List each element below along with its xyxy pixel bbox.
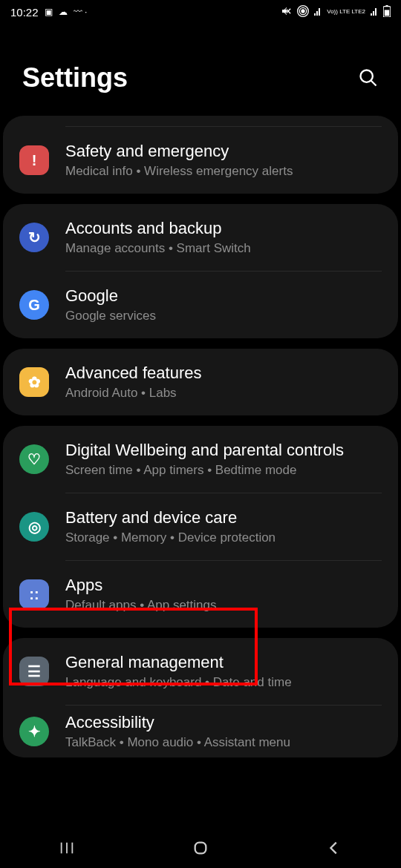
item-subtitle: Medical info • Wireless emergency alerts: [65, 164, 382, 179]
item-title: Safety and emergency: [65, 142, 382, 161]
apps-icon: ::: [19, 579, 49, 609]
home-icon: [192, 840, 209, 856]
item-text: Accounts and backupManage accounts • Sma…: [65, 219, 382, 256]
item-title: Accessibility: [65, 713, 382, 732]
accessibility-icon: ✦: [19, 717, 49, 746]
advanced-icon: ✿: [19, 367, 49, 397]
settings-item-accounts[interactable]: ↻Accounts and backupManage accounts • Sm…: [3, 204, 398, 271]
item-subtitle: Google services: [65, 309, 382, 323]
item-text: AccessibilityTalkBack • Mono audio • Ass…: [65, 713, 382, 750]
item-subtitle: Android Auto • Labs: [65, 386, 382, 401]
page-title: Settings: [22, 62, 128, 93]
safety-icon: !: [19, 145, 49, 175]
svg-line-7: [371, 81, 376, 86]
settings-item-advanced[interactable]: ✿Advanced featuresAndroid Auto • Labs: [3, 349, 398, 415]
mute-icon: [281, 5, 293, 19]
hotspot-icon: [297, 5, 309, 19]
battery-icon: [383, 5, 391, 19]
home-button[interactable]: [191, 838, 210, 858]
recents-button[interactable]: [57, 838, 76, 858]
item-text: Advanced featuresAndroid Auto • Labs: [65, 364, 382, 401]
accounts-icon: ↻: [19, 223, 49, 252]
svg-point-6: [361, 70, 373, 82]
signal-icon-1: [313, 6, 322, 19]
item-subtitle: Manage accounts • Smart Switch: [65, 241, 382, 256]
item-subtitle: Storage • Memory • Device protection: [65, 530, 382, 545]
network-label: Vo)) LTE LTE2: [327, 9, 365, 15]
header: Settings: [0, 24, 401, 116]
more-icon: 〰 ·: [74, 7, 88, 17]
item-title: Accounts and backup: [65, 219, 382, 238]
svg-point-0: [301, 10, 304, 13]
gallery-icon: ▣: [45, 7, 53, 17]
recents-icon: [59, 840, 75, 856]
item-text: Battery and device careStorage • Memory …: [65, 508, 382, 545]
navigation-bar: [0, 828, 401, 868]
item-text: Digital Wellbeing and parental controlsS…: [65, 441, 382, 478]
settings-group: ↻Accounts and backupManage accounts • Sm…: [3, 204, 398, 338]
item-title: Advanced features: [65, 364, 382, 383]
settings-group: ✿Advanced featuresAndroid Auto • Labs: [3, 349, 398, 415]
settings-item-accessibility[interactable]: ✦AccessibilityTalkBack • Mono audio • As…: [3, 706, 398, 757]
weather-icon: ☁: [59, 7, 68, 17]
settings-item-safety[interactable]: !Safety and emergencyMedical info • Wire…: [3, 127, 398, 194]
svg-rect-5: [385, 10, 389, 16]
settings-group: ♡Digital Wellbeing and parental controls…: [3, 426, 398, 628]
search-icon: [358, 68, 379, 88]
settings-group: !Safety and emergencyMedical info • Wire…: [3, 116, 398, 194]
status-bar: 10:22 ▣ ☁ 〰 · Vo)) LTE LTE2: [0, 0, 401, 24]
svg-rect-4: [385, 5, 388, 7]
status-left: 10:22 ▣ ☁ 〰 ·: [10, 6, 87, 19]
battery-icon: ◎: [19, 512, 49, 542]
item-title: Battery and device care: [65, 508, 382, 527]
item-text: Safety and emergencyMedical info • Wirel…: [65, 142, 382, 179]
item-title: Google: [65, 286, 382, 306]
wellbeing-icon: ♡: [19, 444, 49, 474]
status-time: 10:22: [10, 6, 39, 19]
item-subtitle: Screen time • App timers • Bedtime mode: [65, 463, 382, 478]
search-button[interactable]: [358, 68, 379, 88]
back-icon: [326, 840, 342, 856]
item-title: Digital Wellbeing and parental controls: [65, 441, 382, 460]
settings-item-wellbeing[interactable]: ♡Digital Wellbeing and parental controls…: [3, 426, 398, 493]
highlight-annotation: [9, 608, 258, 685]
settings-item-battery[interactable]: ◎Battery and device careStorage • Memory…: [3, 493, 398, 560]
signal-icon-2: [370, 6, 379, 19]
item-subtitle: TalkBack • Mono audio • Assistant menu: [65, 735, 382, 750]
google-icon: G: [19, 290, 49, 320]
item-text: GoogleGoogle services: [65, 286, 382, 323]
back-button[interactable]: [325, 838, 344, 858]
status-right: Vo)) LTE LTE2: [281, 5, 391, 19]
svg-rect-11: [195, 843, 206, 854]
item-title: Apps: [65, 576, 382, 595]
settings-item-google[interactable]: GGoogleGoogle services: [3, 272, 398, 338]
